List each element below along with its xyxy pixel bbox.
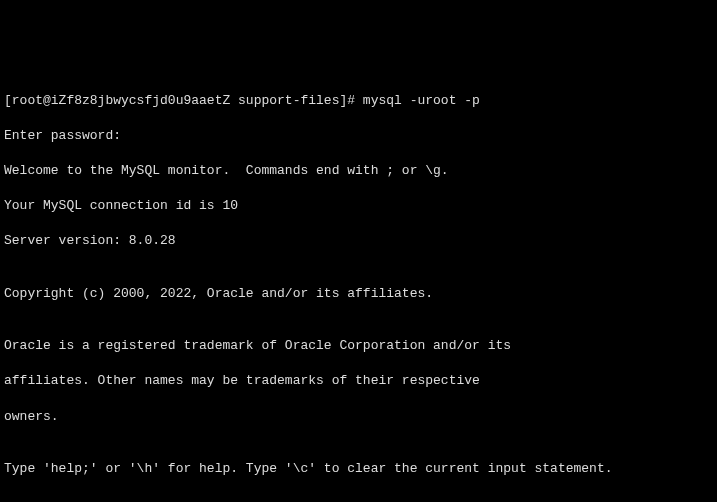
- output-line: Copyright (c) 2000, 2022, Oracle and/or …: [4, 285, 713, 303]
- output-line: Enter password:: [4, 127, 713, 145]
- output-line: Server version: 8.0.28: [4, 232, 713, 250]
- output-line: Oracle is a registered trademark of Orac…: [4, 337, 713, 355]
- output-line: Welcome to the MySQL monitor. Commands e…: [4, 162, 713, 180]
- output-line: Your MySQL connection id is 10: [4, 197, 713, 215]
- terminal[interactable]: [root@iZf8z8jbwycsfjd0u9aaetZ support-fi…: [4, 74, 713, 502]
- output-line: owners.: [4, 408, 713, 426]
- output-line: affiliates. Other names may be trademark…: [4, 372, 713, 390]
- output-line: Type 'help;' or '\h' for help. Type '\c'…: [4, 460, 713, 478]
- shell-prompt-line: [root@iZf8z8jbwycsfjd0u9aaetZ support-fi…: [4, 92, 713, 110]
